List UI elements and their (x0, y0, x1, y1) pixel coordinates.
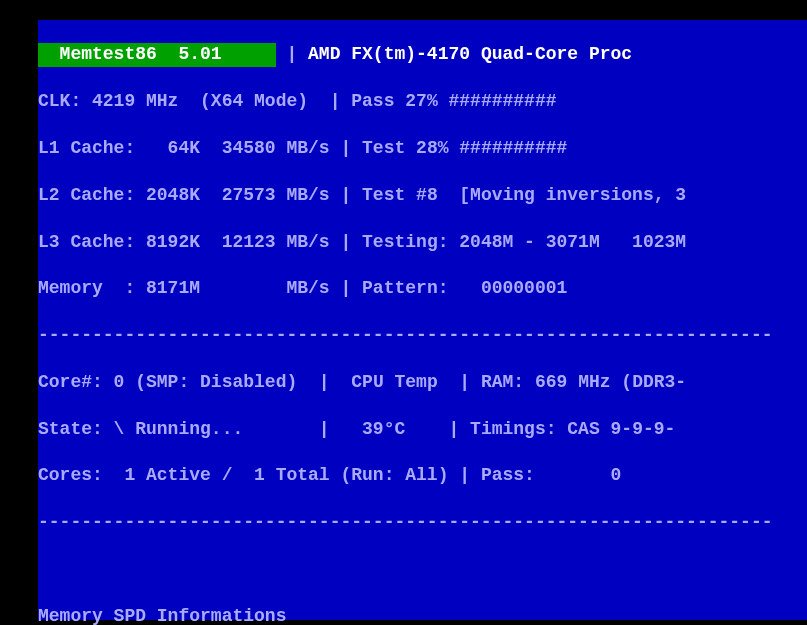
separator: | (459, 465, 470, 485)
divider-line: ----------------------------------------… (38, 324, 807, 347)
state-info: State: \ Running... (38, 419, 308, 439)
l1-row: L1 Cache: 64K 34580 MB/s | Test 28% ####… (38, 137, 807, 160)
separator: | (340, 232, 351, 252)
spd-title: Memory SPD Informations (38, 605, 807, 625)
separator: | (330, 91, 341, 111)
ram-info: RAM: 669 MHz (DDR3- (470, 372, 686, 392)
separator: | (308, 419, 330, 439)
cpu-temp-value: 39°C (330, 419, 449, 439)
core-info: Core#: 0 (SMP: Disabled) (38, 372, 319, 392)
memtest-screen: Memtest86 5.01 | AMD FX(tm)-4170 Quad-Co… (38, 20, 807, 620)
cores-info: Cores: 1 Active / 1 Total (Run: All) (38, 465, 459, 485)
l3-row: L3 Cache: 8192K 12123 MB/s | Testing: 20… (38, 231, 807, 254)
mem-row: Memory : 8171M MB/s | Pattern: 00000001 (38, 277, 807, 300)
cores-row: Cores: 1 Active / 1 Total (Run: All) | P… (38, 464, 807, 487)
l3-cache: L3 Cache: 8192K 12123 MB/s (38, 232, 340, 252)
separator: | (340, 138, 351, 158)
blank-row (38, 558, 807, 581)
l2-row: L2 Cache: 2048K 27573 MB/s | Test #8 [Mo… (38, 184, 807, 207)
pass-count: Pass: 0 (470, 465, 621, 485)
test-progress-bar: ########## (459, 138, 567, 158)
separator: | (459, 372, 470, 392)
separator: | (319, 372, 330, 392)
core-row: Core#: 0 (SMP: Disabled) | CPU Temp | RA… (38, 371, 807, 394)
l1-cache: L1 Cache: 64K 34580 MB/s (38, 138, 340, 158)
separator: | (448, 419, 459, 439)
pass-label: Pass 27% (340, 91, 448, 111)
test-label: Test 28% (351, 138, 459, 158)
timings-info: Timings: CAS 9-9-9- (459, 419, 675, 439)
cpu-name: AMD FX(tm)-4170 Quad-Core Proc (297, 44, 632, 64)
separator: | (340, 185, 351, 205)
testing-range: Testing: 2048M - 3071M 1023M (351, 232, 686, 252)
state-row: State: \ Running... | 39°C | Timings: CA… (38, 418, 807, 441)
l2-cache: L2 Cache: 2048K 27573 MB/s (38, 185, 340, 205)
header-row: Memtest86 5.01 | AMD FX(tm)-4170 Quad-Co… (38, 43, 807, 66)
pass-progress-bar: ########## (449, 91, 557, 111)
test-number: Test #8 [Moving inversions, 3 (351, 185, 686, 205)
clk-info: CLK: 4219 MHz (X64 Mode) (38, 91, 330, 111)
memory-total: Memory : 8171M MB/s (38, 278, 340, 298)
cpu-temp-header: CPU Temp (330, 372, 460, 392)
separator: | (340, 278, 351, 298)
app-title: Memtest86 5.01 (38, 43, 276, 66)
divider-line: ----------------------------------------… (38, 511, 807, 534)
pattern-value: Pattern: 00000001 (351, 278, 567, 298)
separator: | (276, 44, 298, 64)
clk-row: CLK: 4219 MHz (X64 Mode) | Pass 27% ####… (38, 90, 807, 113)
